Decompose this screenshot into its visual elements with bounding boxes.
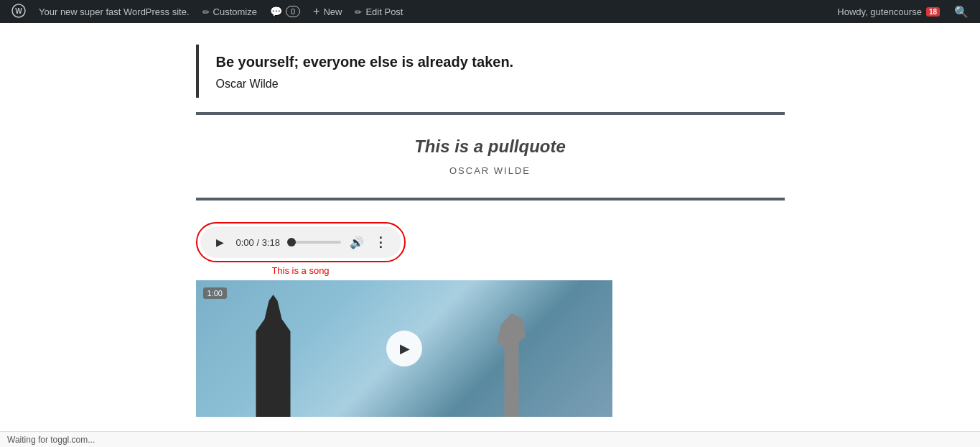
edit-pencil-icon [355,6,362,17]
audio-time-display: 0:00 / 3:18 [236,237,280,248]
audio-player: 0:00 / 3:18 🔊 ⋮ [200,226,401,258]
edit-post-item[interactable]: Edit Post [349,0,409,23]
plus-icon: + [313,5,319,18]
video-wrapper: 1:00 [196,280,612,417]
audio-volume-button[interactable]: 🔊 [348,234,365,251]
audio-play-button[interactable] [212,234,229,251]
pullquote-author: OSCAR WILDE [225,165,756,176]
site-name-label: Your new super fast WordPress site. [39,6,190,17]
comments-count: 0 [286,6,300,17]
admin-bar: W Your new super fast WordPress site. Cu… [0,0,980,23]
video-duration-badge: 1:00 [203,287,227,299]
audio-caption: This is a song [196,265,406,276]
pullquote-section: This is a pullquote OSCAR WILDE [196,112,785,201]
audio-player-wrapper: 0:00 / 3:18 🔊 ⋮ This is a song [196,222,406,276]
blockquote-text: Be yourself; everyone else is already ta… [216,52,785,72]
status-bar: Waiting for toggl.com... [0,431,980,447]
notification-badge: 18 [926,7,940,17]
admin-search-icon[interactable]: 🔍 [948,5,974,19]
howdy-item[interactable]: Howdy, gutencourse 18 [831,6,946,17]
main-content: Be yourself; everyone else is already ta… [0,23,980,447]
comment-icon: 💬 [270,6,282,17]
blockquote-section: Be yourself; everyone else is already ta… [196,45,785,98]
audio-progress-track[interactable] [287,241,341,244]
new-item[interactable]: + New [307,0,347,23]
video-tower-silhouette [239,295,325,417]
pullquote-text: This is a pullquote [225,137,756,157]
edit-post-label: Edit Post [365,6,403,17]
comments-item[interactable]: 💬 0 [264,0,306,23]
site-name-item[interactable]: Your new super fast WordPress site. [33,0,195,23]
video-background: 1:00 [196,280,612,417]
audio-more-button[interactable]: ⋮ [373,234,390,251]
new-label: New [323,6,342,17]
pencil-icon [202,6,210,17]
status-text: Waiting for toggl.com... [7,435,95,445]
customize-item[interactable]: Customize [197,0,263,23]
video-play-button[interactable] [386,331,422,367]
audio-progress-thumb [287,238,296,246]
wp-logo-item[interactable]: W [6,0,32,23]
video-statue-silhouette [483,302,555,417]
svg-text:W: W [15,7,22,15]
wp-logo-icon: W [11,4,26,20]
howdy-label: Howdy, gutencourse [837,6,922,17]
audio-player-outer: 0:00 / 3:18 🔊 ⋮ [196,222,406,262]
blockquote-author: Oscar Wilde [216,78,785,91]
customize-label: Customize [213,6,257,17]
